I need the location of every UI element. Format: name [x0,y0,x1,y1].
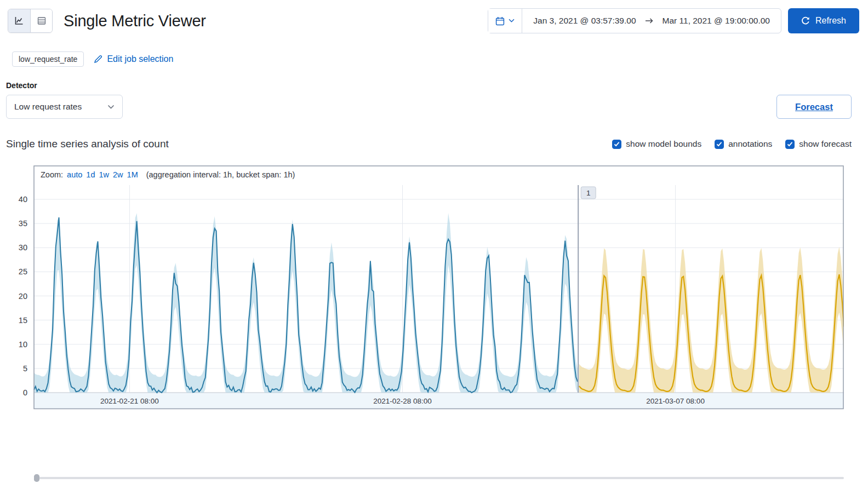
detector-select-value: Low request rates [14,102,82,112]
checkbox-box[interactable] [715,140,724,149]
main-chart-svg[interactable]: 05101520253035402021-02-21 08:002021-02-… [0,165,844,410]
checkbox-show-forecast[interactable]: show forecast [785,139,852,149]
y-tick-label: 40 [19,195,27,204]
top-bar: Single Metric Viewer Jan 3, 2021 @ 03:57… [0,0,868,34]
checkbox-show-model-bounds[interactable]: show model bounds [612,139,701,149]
zoom-bar: Zoom: auto 1d 1w 2w 1M (aggregation inte… [41,170,295,179]
y-tick-label: 0 [23,388,27,397]
scrollbar-track[interactable] [34,477,844,479]
view-toggle-group [8,9,53,33]
chart-option-checkboxes: show model bounds annotations show forec… [612,139,852,149]
zoom-link-1d[interactable]: 1d [86,170,95,179]
calendar-icon [495,16,505,26]
series-section-header: Single time series analysis of count sho… [6,135,852,153]
checkbox-label: show model bounds [626,139,701,149]
start-date[interactable]: Jan 3, 2021 @ 03:57:39.00 [533,16,636,26]
top-bar-left: Single Metric Viewer [8,9,206,33]
refresh-button[interactable]: Refresh [788,8,859,33]
end-date[interactable]: Mar 11, 2021 @ 19:00:00.00 [663,16,770,26]
top-bar-right: Jan 3, 2021 @ 03:57:39.00 Mar 11, 2021 @… [488,8,859,33]
forecast-button[interactable]: Forecast [776,95,852,119]
single-metric-chart[interactable]: 05101520253035402021-02-21 08:002021-02-… [0,165,844,410]
chevron-down-icon [509,19,515,23]
y-tick-label: 25 [19,267,27,276]
svg-text:1: 1 [586,189,591,197]
checkbox-annotations[interactable]: annotations [715,139,772,149]
pencil-icon [94,55,102,64]
y-tick-label: 10 [19,340,27,349]
detector-select[interactable]: Low request rates [6,95,123,119]
table-view-button[interactable] [30,9,52,32]
y-tick-label: 35 [19,219,27,228]
zoom-link-2w[interactable]: 2w [113,170,123,179]
edit-job-selection-label: Edit job selection [107,54,173,64]
chevron-down-icon [107,105,115,110]
checkbox-label: show forecast [799,139,852,149]
job-row: low_request_rate Edit job selection [12,51,859,67]
annotation-badge[interactable]: 1 [581,187,596,199]
zoom-link-auto[interactable]: auto [67,170,82,179]
quick-select-button[interactable] [488,9,522,33]
arrow-right-icon [645,18,654,24]
x-tick-label: 2021-03-07 08:00 [646,397,705,405]
refresh-icon [801,16,810,25]
checkbox-label: annotations [728,139,772,149]
navigator-svg[interactable] [34,410,844,471]
checkbox-box[interactable] [612,140,621,149]
refresh-button-label: Refresh [815,16,846,26]
chart-view-button[interactable] [8,9,30,32]
detector-label: Detector [6,81,868,90]
y-tick-label: 15 [19,316,27,325]
x-tick-label: 2021-02-28 08:00 [373,397,432,405]
scrollbar-handle-right[interactable] [34,474,39,482]
actual-series-line [34,217,578,393]
y-tick-label: 20 [19,292,27,301]
job-badge: low_request_rate [12,51,84,67]
aggregation-note: (aggregation interval: 1h, bucket span: … [146,170,295,179]
checkbox-box[interactable] [785,140,795,149]
edit-job-selection-link[interactable]: Edit job selection [94,54,173,64]
zoom-link-1w[interactable]: 1w [99,170,109,179]
zoom-label: Zoom: [41,170,63,179]
timeline-scrollbar[interactable] [34,474,844,482]
page-title: Single Metric Viewer [64,12,206,30]
x-tick-label: 2021-02-21 08:00 [100,397,159,405]
date-range: Jan 3, 2021 @ 03:57:39.00 Mar 11, 2021 @… [522,16,781,26]
zoom-link-1M[interactable]: 1M [127,170,138,179]
data-table-icon [37,16,46,25]
line-chart-icon [15,16,24,25]
context-navigator[interactable] [34,410,844,471]
y-tick-label: 30 [19,243,27,252]
date-picker: Jan 3, 2021 @ 03:57:39.00 Mar 11, 2021 @… [488,8,781,33]
detector-row: Low request rates Forecast [6,95,852,119]
series-heading: Single time series analysis of count [6,138,169,150]
y-tick-label: 5 [23,364,27,373]
